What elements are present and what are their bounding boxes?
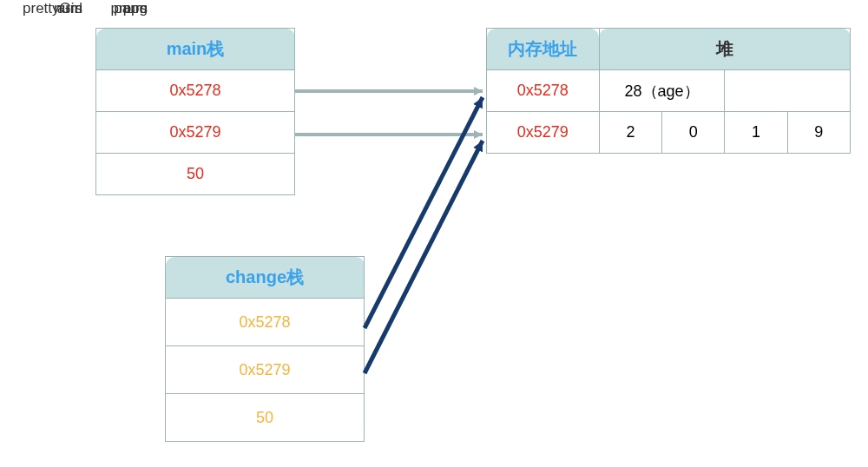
- heap-addr-header: 内存地址: [508, 39, 577, 58]
- change-row-1-value: 0x5279: [239, 361, 290, 378]
- main-row-0-value: 0x5278: [169, 82, 220, 99]
- change-row-2-value: 50: [256, 409, 273, 426]
- label-pnum: pnum: [78, 0, 148, 17]
- change-stack-title: change栈: [226, 267, 304, 286]
- arrow-change-to-heap-0: [365, 97, 483, 328]
- heap-row-1-cell-1: 0: [689, 123, 698, 141]
- heap-header: 堆: [716, 39, 733, 58]
- arrow-change-to-heap-1: [365, 141, 483, 373]
- heap-row-1-cell-3: 9: [814, 123, 823, 141]
- main-stack-table: main栈 0x5278 0x5279 50: [95, 28, 295, 195]
- heap-row-1-cell-0: 2: [626, 123, 635, 141]
- heap-row-1-cell-2: 1: [752, 123, 760, 141]
- heap-table: 内存地址 堆 0x5278 28（age） 0x5279 2 0 1 9: [486, 28, 851, 154]
- change-row-0-value: 0x5278: [239, 313, 290, 331]
- main-stack-title: main栈: [167, 39, 225, 58]
- heap-row-0-addr: 0x5278: [517, 82, 569, 99]
- heap-row-0-cell-0: 28（age）: [625, 82, 700, 100]
- change-stack-table: change栈 0x5278 0x5279 50: [165, 256, 365, 442]
- main-row-2-value: 50: [187, 165, 204, 182]
- label-num: num: [0, 0, 82, 17]
- heap-row-1-addr: 0x5279: [517, 123, 569, 141]
- main-row-1-value: 0x5279: [169, 123, 220, 141]
